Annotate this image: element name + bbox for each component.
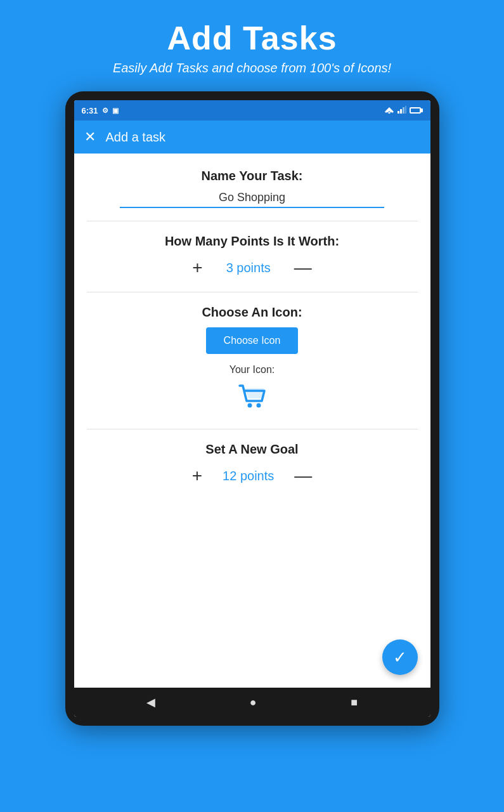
page-header: Add Tasks Easily Add Tasks and choose fr… [100,0,404,85]
icon-section: Choose An Icon: Choose Icon Your Icon: [87,305,418,416]
settings-icon: ⚙ [102,107,108,115]
goal-value: 12 points [223,469,274,483]
points-value: 3 points [223,261,274,275]
goal-section: Set A New Goal + 12 points — [87,442,418,487]
nav-bar: ◀ ● ■ [74,688,430,717]
points-minus-button[interactable]: — [289,256,317,279]
page-title: Add Tasks [113,19,391,57]
goal-label: Set A New Goal [87,442,418,457]
close-button[interactable]: ✕ [84,129,96,145]
page-subtitle: Easily Add Tasks and choose from 100's o… [113,61,391,75]
app-bar: ✕ Add a task [74,121,430,154]
nav-back-icon[interactable]: ◀ [146,695,155,709]
status-time: 6:31 [82,106,98,115]
sim-icon: ▣ [112,107,119,115]
status-left: 6:31 ⚙ ▣ [82,106,119,115]
status-right [384,106,423,115]
svg-point-7 [247,403,252,408]
svg-rect-3 [397,111,399,114]
icon-label: Choose An Icon: [87,305,418,320]
svg-point-8 [256,403,261,408]
app-bar-title: Add a task [106,130,166,145]
nav-home-icon[interactable]: ● [250,696,257,709]
svg-rect-6 [405,106,406,114]
wifi-icon [384,106,394,115]
points-section: How Many Points Is It Worth: + 3 points … [87,234,418,279]
fab-confirm-button[interactable]: ✓ [382,639,418,675]
task-name-section: Name Your Task: [87,169,418,208]
points-label: How Many Points Is It Worth: [87,234,418,249]
points-row: + 3 points — [87,256,418,279]
svg-rect-5 [403,107,404,114]
choose-icon-button[interactable]: Choose Icon [206,327,299,354]
content-area: Name Your Task: How Many Points Is It Wo… [74,154,430,688]
status-bar: 6:31 ⚙ ▣ [74,100,430,121]
tablet-screen: 6:31 ⚙ ▣ [74,100,430,717]
signal-icon [397,106,406,115]
points-plus-button[interactable]: + [187,256,207,279]
goal-row: + 12 points — [87,464,418,487]
goal-plus-button[interactable]: + [187,464,207,487]
task-name-input[interactable] [120,191,385,208]
your-icon-label: Your Icon: [87,364,418,376]
task-name-label: Name Your Task: [87,169,418,183]
svg-point-2 [388,112,390,114]
cart-icon [236,381,269,416]
goal-minus-button[interactable]: — [289,464,317,487]
nav-recent-icon[interactable]: ■ [351,696,358,709]
svg-rect-4 [400,109,402,114]
tablet-frame: 6:31 ⚙ ▣ [65,91,439,726]
battery-icon [410,107,423,114]
icon-preview [87,381,418,416]
